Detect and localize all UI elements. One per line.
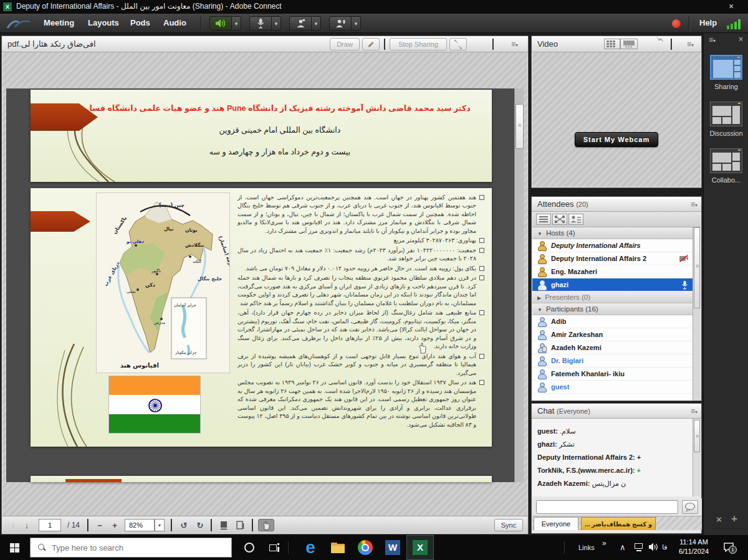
- rotate-right-button[interactable]: ↻: [193, 519, 207, 531]
- chat-message: Deputy International Affairs 2: +: [537, 453, 641, 461]
- language-indicator[interactable]: فا: [662, 543, 668, 551]
- attendee-row[interactable]: Amir Zarkeshan: [532, 328, 693, 341]
- layout-sharing-label[interactable]: Sharing: [704, 83, 748, 90]
- attendee-row[interactable]: Azadeh Kazemi: [532, 341, 693, 354]
- attendees-pod-menu[interactable]: ≡▾: [691, 200, 698, 209]
- participants-section-header[interactable]: ▼Participants (16): [532, 303, 693, 315]
- stop-sharing-button[interactable]: Stop Sharing: [390, 38, 447, 50]
- pan-tool-button[interactable]: [258, 519, 274, 531]
- add-layout-button[interactable]: +: [731, 513, 737, 525]
- attendee-list-view-button[interactable]: [536, 214, 551, 225]
- attendee-row[interactable]: Deputy International Affairs 2: [532, 252, 693, 265]
- zoom-in-button[interactable]: +: [108, 519, 121, 531]
- task-view-button[interactable]: [262, 535, 287, 560]
- chat-pod-menu[interactable]: ≡▾: [691, 407, 698, 415]
- file-explorer-button[interactable]: [325, 535, 350, 560]
- layout-sharing-thumbnail[interactable]: [710, 55, 742, 80]
- attendees-scrollbar[interactable]: [693, 227, 701, 401]
- minimize-button[interactable]: [668, 2, 684, 12]
- chrome-button[interactable]: [353, 535, 378, 560]
- cortana-button[interactable]: [237, 535, 262, 560]
- speaker-view-button[interactable]: [620, 39, 638, 49]
- recording-indicator-icon[interactable]: [672, 19, 681, 28]
- chat-send-button[interactable]: [682, 500, 698, 514]
- search-input[interactable]: [52, 543, 208, 553]
- webcam-dropdown[interactable]: ▾: [312, 16, 321, 31]
- start-button[interactable]: [0, 535, 30, 560]
- attendee-row[interactable]: Adib: [532, 315, 693, 328]
- attendees-scrollbar-thumb[interactable]: [694, 227, 700, 308]
- page-up-button[interactable]: ↑: [7, 519, 19, 531]
- fit-page-button[interactable]: [217, 519, 231, 531]
- presenters-section-header[interactable]: ▶Presenters (0): [532, 292, 693, 303]
- remove-layout-button[interactable]: ×: [716, 514, 722, 524]
- start-webcam-button[interactable]: Start My Webcam: [575, 132, 658, 147]
- menu-layouts[interactable]: Layouts: [88, 18, 119, 27]
- breakout-view-button[interactable]: [552, 214, 567, 225]
- action-center-button[interactable]: 1: [723, 542, 734, 552]
- webcam-button[interactable]: [289, 16, 312, 31]
- taskbar-clock[interactable]: 11:14 AM 6/11/2024: [672, 538, 716, 556]
- word-button[interactable]: W: [380, 535, 405, 560]
- share-pod-menu[interactable]: ≡▾: [511, 40, 518, 49]
- chat-tab-everyone[interactable]: Everyone: [534, 517, 578, 530]
- fit-width-button[interactable]: [233, 519, 247, 531]
- attendee-row[interactable]: Eng. Mazaheri: [532, 265, 693, 278]
- layouts-menu[interactable]: ≡▾: [709, 36, 716, 44]
- menu-pods[interactable]: Pods: [130, 18, 150, 27]
- zoom-dropdown-arrow[interactable]: ▾: [155, 519, 165, 531]
- excel-button-active[interactable]: X: [406, 535, 434, 560]
- speaker-button[interactable]: [209, 16, 232, 31]
- pencil-button[interactable]: [362, 38, 380, 50]
- attendee-row[interactable]: Fatemeh Khanlari- ikiu: [532, 368, 693, 381]
- attendee-row[interactable]: Dr. Biglari: [532, 354, 693, 368]
- edge-browser-button[interactable]: e: [298, 535, 323, 560]
- restore-button[interactable]: [697, 2, 713, 12]
- raise-hand-button[interactable]: [329, 16, 352, 31]
- attendee-row-selected[interactable]: ghazi: [532, 278, 693, 292]
- rotate-left-button[interactable]: ↺: [177, 519, 191, 531]
- excel-icon: X: [413, 540, 428, 555]
- zoom-out-button[interactable]: −: [94, 519, 106, 531]
- microphone-dropdown[interactable]: ▾: [272, 16, 281, 31]
- app-icon: X: [3, 2, 12, 11]
- volume-tray-icon[interactable]: [648, 542, 658, 554]
- menu-meeting[interactable]: Meeting: [44, 18, 74, 27]
- menu-audio[interactable]: Audio: [163, 18, 186, 27]
- layout-collaboration-label[interactable]: Collabo...: [704, 176, 748, 184]
- video-pod-menu[interactable]: ≡▾: [687, 40, 694, 49]
- raise-hand-dropdown[interactable]: ▾: [352, 16, 361, 31]
- layout-discussion-thumbnail[interactable]: [710, 102, 742, 126]
- filmstrip-view-button[interactable]: [604, 39, 620, 49]
- zoom-level-select[interactable]: 82%: [125, 519, 155, 531]
- layout-collaboration-thumbnail[interactable]: [710, 148, 742, 173]
- divider: [288, 541, 289, 554]
- fullscreen-icon: [454, 40, 462, 48]
- attendee-status-view-button[interactable]: [568, 214, 583, 225]
- links-toolbar[interactable]: Links: [578, 544, 595, 551]
- fullscreen-button[interactable]: [449, 38, 467, 50]
- chat-scrollbar-thumb[interactable]: [694, 420, 700, 452]
- network-tray-icon[interactable]: [635, 543, 645, 551]
- viewer-scrollbar-thumb[interactable]: [515, 104, 524, 149]
- layouts-close-button[interactable]: ×: [739, 35, 743, 44]
- hosts-section-header[interactable]: ▼Hosts (4): [532, 227, 693, 239]
- help-menu[interactable]: Help: [699, 18, 717, 27]
- chat-tab-private[interactable]: ... رضای‌فاطمه جسک و غل: [581, 517, 656, 530]
- chat-input[interactable]: [536, 500, 678, 514]
- draw-button[interactable]: Draw: [330, 38, 360, 50]
- taskbar-search[interactable]: [30, 538, 232, 558]
- sync-button[interactable]: Sync: [494, 519, 523, 531]
- layout-discussion-label[interactable]: Discussion: [704, 130, 748, 137]
- chat-scrollbar[interactable]: [693, 419, 701, 496]
- show-hidden-icons-button[interactable]: ∧: [620, 543, 626, 552]
- attendee-row[interactable]: guest: [532, 381, 693, 394]
- attendee-row[interactable]: Deputy International Affairs: [532, 239, 693, 252]
- speaker-dropdown[interactable]: ▾: [232, 16, 241, 31]
- microphone-button[interactable]: [249, 16, 272, 31]
- page-down-button[interactable]: ↓: [21, 519, 32, 531]
- links-chevron-icon[interactable]: »: [602, 539, 607, 548]
- page-number-input[interactable]: 1: [39, 519, 61, 531]
- close-button[interactable]: ×: [723, 2, 739, 12]
- viewer-scrollbar[interactable]: [514, 88, 524, 482]
